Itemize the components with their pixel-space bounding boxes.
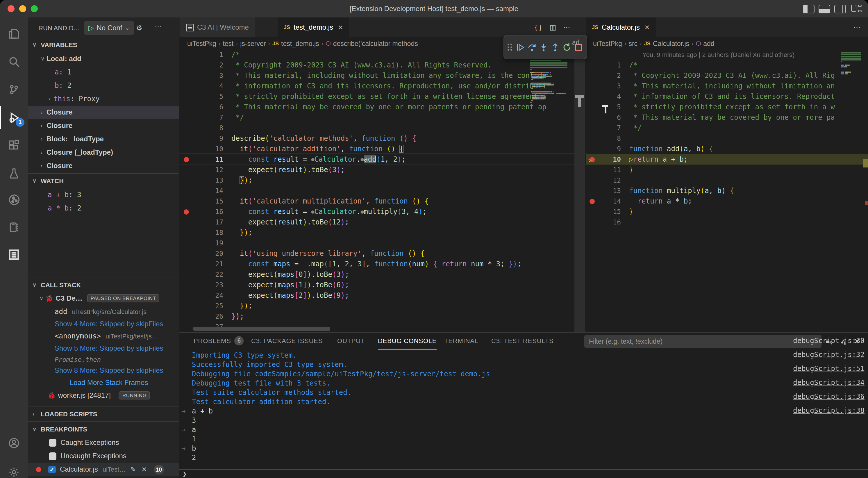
account-icon[interactable]	[0, 431, 28, 455]
step-out-button[interactable]	[551, 42, 560, 52]
stack-frame-anonymous[interactable]: <anonymous>uiTestPkg/test/js…	[28, 330, 179, 342]
console-source-link[interactable]: debugScript.js:38	[793, 404, 865, 418]
watch-a-plus-b[interactable]: a + b: 3	[28, 188, 179, 201]
variable-this[interactable]: ›this: Proxy	[28, 92, 179, 105]
editor-more-actions-icon[interactable]: ⋯	[854, 23, 861, 31]
tab-package-issues[interactable]: C3: PACKAGE ISSUES	[251, 333, 323, 350]
breakpoints-section-header[interactable]: ∨BREAKPOINTS	[33, 426, 87, 432]
scope-closure-3[interactable]: ›Closure	[28, 159, 179, 172]
editor-test-demo[interactable]: 1/*2 * Copyright 2009-2023 C3 AI (www.c3…	[179, 50, 586, 332]
scrollbar-group-1[interactable]	[575, 50, 585, 332]
uncaught-exceptions-checkbox[interactable]	[49, 452, 56, 460]
stack-frame-add[interactable]: adduiTestPkg/src/Calculator.js	[28, 305, 179, 318]
uncaught-exceptions-row[interactable]: Uncaught Exceptions	[28, 449, 179, 462]
close-window-button[interactable]	[7, 5, 14, 12]
code-line-7: 7 */	[179, 112, 586, 123]
source-control-icon[interactable]	[0, 78, 28, 101]
scope-closure-1[interactable]: ›Closure	[28, 106, 179, 119]
minimap-group-1[interactable]	[530, 58, 573, 151]
toggle-panel-icon[interactable]	[818, 5, 830, 13]
scope-closure-2[interactable]: ›Closure	[28, 119, 179, 132]
breakpoint-row-2[interactable]: ✓ Calculator.js uiTestPkg/src 14	[28, 476, 179, 478]
split-editor-icon[interactable]: ▯▯	[550, 23, 555, 31]
console-filter-input[interactable]: Filter (e.g. text, !exclude)	[584, 335, 822, 348]
extensions-icon[interactable]	[0, 134, 28, 157]
title-bar: [Extension Development Host] test_demo.j…	[0, 0, 868, 18]
run-and-debug-icon[interactable]: 1	[0, 106, 28, 129]
tab-terminal[interactable]: TERMINAL	[444, 333, 478, 350]
console-source-link[interactable]: debugScript.js:32	[793, 348, 865, 362]
worker-session-row[interactable]: 🐞worker.js [24817] RUNNING	[28, 389, 179, 402]
console-source-link[interactable]: debugScript.js:34	[793, 376, 865, 390]
variable-b[interactable]: b: 2	[28, 79, 179, 92]
caught-exceptions-checkbox[interactable]	[49, 439, 56, 446]
close-tab-icon[interactable]: ✕	[645, 24, 650, 31]
minimap-group-2[interactable]	[841, 51, 864, 120]
sidebar-more-actions-icon[interactable]: ⋯	[155, 23, 162, 31]
edit-breakpoint-icon[interactable]: ✎	[130, 466, 135, 473]
load-more-stack-frames-link[interactable]: Load More Stack Frames	[28, 376, 179, 389]
restart-button[interactable]	[562, 42, 571, 52]
remove-breakpoint-icon[interactable]: ✕	[142, 466, 147, 473]
search-icon[interactable]	[0, 50, 28, 73]
testing-beaker-icon[interactable]	[0, 162, 28, 185]
debug-session-row[interactable]: ∨🐞 C3 De… PAUSED ON BREAKPOINT	[28, 292, 179, 305]
minimize-window-button[interactable]	[19, 5, 26, 12]
c3-run-profile-icon[interactable]	[0, 188, 28, 211]
call-stack-section-header[interactable]: ∨CALL STACK	[33, 281, 81, 289]
tab-c3-welcome[interactable]: C3 AI | Welcome	[180, 18, 255, 37]
outline-braces-icon[interactable]: { }	[535, 23, 541, 31]
scrollbar-handle[interactable]	[575, 95, 584, 98]
console-source-link[interactable]: debugScript.js:36	[793, 390, 865, 404]
tab-problems[interactable]: PROBLEMS6	[194, 333, 244, 350]
debug-settings-gear-icon[interactable]: ⚙	[136, 24, 143, 32]
loaded-scripts-section-header[interactable]: ›LOADED SCRIPTS	[33, 411, 97, 418]
close-tab-icon[interactable]: ✕	[338, 24, 343, 31]
toolbar-drag-handle[interactable]	[507, 44, 512, 51]
console-line: Test calculator addition started.	[179, 397, 868, 407]
tab-calculator[interactable]: JS Calculator.js ✕	[586, 18, 655, 37]
notebook-icon[interactable]	[0, 216, 28, 239]
explorer-icon[interactable]	[0, 22, 28, 46]
gutter-breakpoint-icon[interactable]	[184, 209, 189, 214]
tab-output[interactable]: OUTPUT	[337, 333, 365, 350]
console-input-row[interactable]: ❯	[179, 469, 868, 478]
breadcrumb-group-2[interactable]: uiTestPkg› src› JS Calculator.js› ⬡ add	[586, 37, 868, 50]
split-editor-layout-icon[interactable]	[834, 5, 846, 13]
variable-a[interactable]: a: 1	[28, 66, 179, 79]
symbol-cube-icon: ⬡	[696, 40, 701, 47]
watch-section-header[interactable]: ∨WATCH	[33, 177, 64, 184]
scope-closure-loadtype[interactable]: ›Closure (_loadType)	[28, 146, 179, 159]
tab-test-demo[interactable]: JS test_demo.js ✕	[278, 18, 349, 37]
show-more-link-1[interactable]: Show 4 More: Skipped by skipFiles	[28, 318, 179, 330]
watch-a-times-b[interactable]: a * b: 2	[28, 202, 179, 215]
caught-exceptions-row[interactable]: Caught Exceptions	[28, 436, 179, 449]
debug-console-output[interactable]: Importing C3 type system.Successfully im…	[179, 351, 868, 460]
breakpoint-checkbox[interactable]: ✓	[48, 466, 56, 473]
variables-section-header[interactable]: ∨VARIABLES	[33, 41, 77, 48]
start-debug-icon[interactable]: ▷	[88, 24, 94, 32]
c3-ai-logo-icon[interactable]	[0, 243, 28, 266]
gutter-breakpoint-icon[interactable]	[590, 199, 595, 204]
console-source-link[interactable]: debugScript.js:51	[793, 362, 865, 376]
continue-button[interactable]	[516, 42, 525, 52]
breakpoint-row-1[interactable]: ✓ Calculator.js uiTest… ✎ ✕ 10	[28, 463, 179, 476]
console-source-link[interactable]: debugScript.js:30	[793, 334, 865, 348]
settings-gear-icon[interactable]	[0, 460, 28, 478]
show-more-link-3[interactable]: Show 8 More: Skipped by skipFiles	[28, 364, 179, 377]
tab-debug-console[interactable]: DEBUG CONSOLE	[378, 333, 437, 350]
scope-local-add[interactable]: ∨Local: add	[28, 52, 179, 65]
maximize-window-button[interactable]	[31, 5, 38, 12]
step-into-button[interactable]	[539, 42, 548, 52]
editor-more-actions-icon[interactable]: ⋯	[563, 23, 570, 31]
tab-test-results[interactable]: C3: TEST RESULTS	[491, 333, 554, 350]
horizontal-scrollbar-group-1[interactable]	[193, 327, 330, 331]
toggle-sidebar-icon[interactable]	[803, 5, 814, 13]
debug-configuration-dropdown[interactable]: ▷ No Conf ⌄	[84, 21, 134, 35]
scope-block-loadtype[interactable]: ›Block: _loadType	[28, 132, 179, 145]
gutter-breakpoint-icon[interactable]	[184, 157, 189, 162]
scrollbar-handle-stem[interactable]	[578, 98, 581, 107]
editor-calculator[interactable]: You, 9 minutes ago | 2 authors (Daniel X…	[586, 50, 868, 332]
customize-layout-icon[interactable]	[851, 5, 862, 12]
step-over-button[interactable]	[527, 42, 537, 52]
